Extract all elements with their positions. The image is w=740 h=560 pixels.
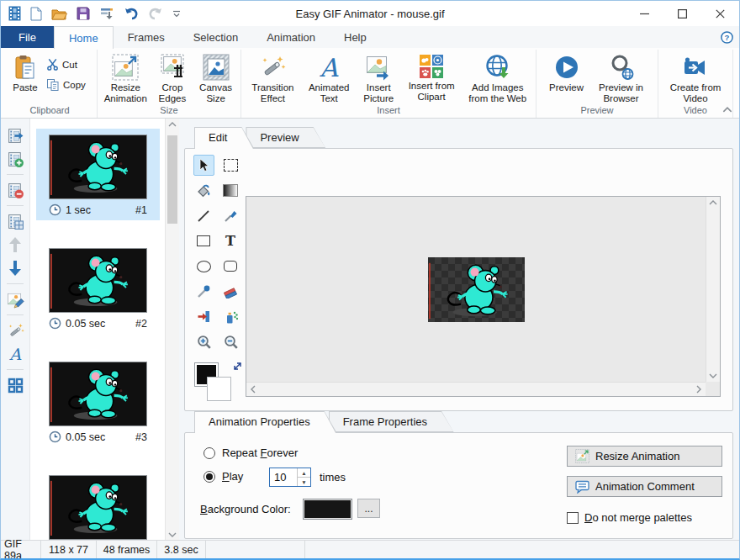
play-radio[interactable]: Play [204, 470, 243, 483]
scrollbar-thumb[interactable] [167, 135, 177, 224]
edit-canvas[interactable] [246, 196, 721, 397]
insert-from-clipart-button[interactable]: Insert from Clipart [402, 52, 462, 103]
tab-frames[interactable]: Frames [114, 26, 179, 48]
frame-item-4[interactable]: 0.05 sec #4 [36, 469, 160, 541]
zoom-in-tool[interactable] [193, 331, 214, 352]
radio-icon[interactable] [204, 447, 215, 459]
cut-button[interactable]: Cut [46, 58, 86, 71]
delete-frame-button[interactable] [6, 181, 24, 199]
paste-button[interactable]: Paste [7, 52, 44, 93]
checkbox-icon[interactable] [567, 512, 579, 524]
tab-edit[interactable]: Edit [194, 127, 254, 149]
quick-access-toolbar [1, 5, 181, 22]
save-button[interactable] [77, 5, 90, 22]
minimize-button[interactable] [626, 1, 663, 26]
tab-frame-properties[interactable]: Frame Properties [329, 411, 454, 433]
spin-up-icon[interactable]: ▲ [298, 468, 310, 477]
move-frame-up-button[interactable] [6, 235, 24, 254]
duplicate-frame-button[interactable] [6, 212, 24, 230]
scroll-down-icon[interactable] [709, 373, 717, 378]
fill-tool[interactable] [193, 180, 214, 201]
help-icon[interactable]: ? [721, 31, 733, 44]
preview-button[interactable]: Preview [544, 52, 589, 93]
play-times-value[interactable]: 10 [270, 468, 297, 486]
scroll-down-icon[interactable] [168, 532, 177, 537]
apply-effects-button[interactable] [6, 321, 24, 340]
spray-tool[interactable] [220, 306, 241, 327]
crop-edges-button[interactable]: Crop Edges [152, 52, 193, 104]
animated-text-button[interactable]: A Animated Text [303, 52, 356, 104]
eraser-tool[interactable] [220, 281, 241, 302]
frame-item-2[interactable]: 0.05 sec #2 [36, 242, 160, 334]
ellipse-tool[interactable] [193, 256, 214, 277]
preview-in-browser-icon [608, 54, 635, 81]
marquee-tool[interactable] [220, 155, 241, 176]
tab-help[interactable]: Help [330, 26, 381, 48]
tab-selection[interactable]: Selection [179, 26, 252, 48]
new-file-button[interactable] [30, 5, 42, 22]
edit-frame-button[interactable] [6, 290, 24, 309]
collapse-ribbon-icon[interactable] [722, 107, 732, 113]
background-color-swatch[interactable] [207, 377, 231, 401]
rounded-rectangle-tool[interactable] [220, 256, 241, 277]
canvas-vertical-scrollbar[interactable] [706, 197, 720, 382]
line-tool[interactable] [193, 205, 214, 226]
maximize-button[interactable] [663, 1, 701, 26]
text-tool[interactable]: T [220, 230, 241, 251]
add-text-button[interactable]: A [6, 345, 24, 363]
frame-list-scrollbar[interactable] [165, 119, 179, 541]
radio-icon[interactable] [204, 471, 215, 483]
scroll-up-icon[interactable] [709, 200, 717, 205]
frame-item-1[interactable]: 1 sec #1 [36, 129, 160, 220]
animated-text-icon: A [315, 54, 342, 81]
undo-button[interactable] [124, 5, 139, 22]
scroll-right-icon[interactable] [696, 385, 701, 394]
times-label: times [320, 471, 346, 483]
do-not-merge-palettes-checkbox[interactable]: Do not merge palettes [567, 511, 692, 524]
create-from-video-button[interactable]: Create from Video [666, 52, 725, 104]
spin-down-icon[interactable]: ▼ [298, 477, 310, 486]
tab-home[interactable]: Home [54, 26, 114, 49]
swap-colors-icon[interactable] [232, 361, 243, 372]
repeat-forever-radio[interactable]: Repeat Forever [204, 446, 298, 459]
open-file-button[interactable] [51, 5, 67, 22]
add-images-from-web-icon [484, 54, 511, 81]
zoom-out-tool[interactable] [220, 331, 241, 352]
insert-picture-button[interactable]: Insert Picture [358, 52, 399, 104]
select-tool[interactable] [193, 155, 214, 176]
move-frame-down-button[interactable] [6, 259, 24, 277]
gradient-tool[interactable] [220, 180, 241, 201]
canvas-horizontal-scrollbar[interactable] [246, 382, 706, 396]
resize-animation-panel-button[interactable]: Resize Animation [567, 446, 722, 467]
optimize-button[interactable] [99, 5, 114, 22]
frame-item-3[interactable]: 0.05 sec #3 [36, 356, 160, 447]
add-frame-button[interactable] [6, 150, 24, 168]
brush-tool[interactable] [220, 205, 241, 226]
background-color-browse-button[interactable]: ... [357, 499, 380, 518]
rectangle-tool[interactable] [193, 230, 214, 251]
add-images-from-web-button[interactable]: Add Images from the Web [464, 52, 532, 104]
canvas-size-button[interactable]: Canvas Size [195, 52, 236, 104]
tab-animation-properties[interactable]: Animation Properties [194, 411, 337, 433]
canvas-content[interactable] [246, 197, 706, 382]
preview-in-browser-button[interactable]: Preview in Browser [592, 52, 651, 104]
paste-into-frame-tool[interactable] [193, 306, 214, 327]
redo-button[interactable] [148, 5, 163, 22]
tab-file[interactable]: File [1, 26, 54, 48]
resize-animation-button[interactable]: Resize Animation [102, 52, 150, 104]
scroll-left-icon[interactable] [251, 385, 256, 394]
gif-image[interactable] [428, 257, 525, 322]
extract-frame-button[interactable] [6, 126, 24, 145]
tile-view-button[interactable] [6, 376, 24, 394]
transition-effect-button[interactable]: Transition Effect [246, 52, 300, 104]
play-times-spinner[interactable]: 10 ▲ ▼ [269, 468, 311, 487]
scroll-up-icon[interactable] [168, 122, 177, 127]
copy-button[interactable]: Copy [46, 78, 86, 92]
tab-preview-editor[interactable]: Preview [246, 127, 325, 149]
close-button[interactable] [701, 1, 739, 26]
background-color-value[interactable] [303, 499, 352, 520]
qat-customize-button[interactable] [172, 5, 181, 22]
eyedropper-tool[interactable] [193, 281, 214, 302]
tab-animation[interactable]: Animation [252, 26, 330, 48]
animation-comment-button[interactable]: Animation Comment [567, 476, 722, 497]
